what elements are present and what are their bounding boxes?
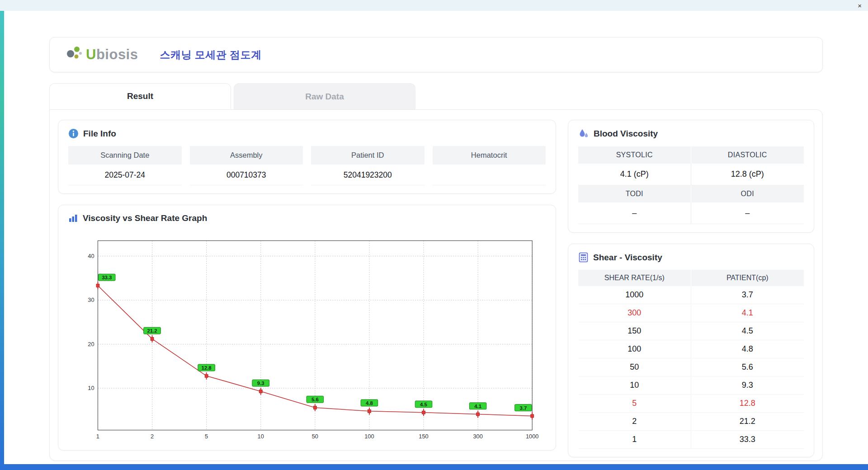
file-info-value-hematocrit [433,164,546,185]
tab-result[interactable]: Result [49,83,231,109]
blood-drop-icon [578,128,589,139]
svg-text:2: 2 [151,433,154,440]
file-info-value-patient-id: 52041923200 [311,164,425,185]
svg-text:4.8: 4.8 [366,400,373,406]
info-icon [68,128,79,139]
viscosity-graph-card: Viscosity vs Shear Rate Graph 1020304012… [58,205,556,451]
page-title: 스캐닝 모세관 점도계 [160,48,261,62]
result-panel: File Info Scanning Date Assembly Patient… [49,109,823,461]
file-info-label-scanning-date: Scanning Date [68,146,182,164]
todi-value: – [578,202,691,224]
blood-viscosity-title: Blood Viscosity [594,129,658,139]
viscosity-graph-title: Viscosity vs Shear Rate Graph [83,213,207,223]
bar-chart-icon [68,213,78,223]
svg-text:50: 50 [312,433,318,440]
patient-value-cell: 4.5 [691,322,804,340]
table-row: 300 4.1 [578,304,804,322]
patient-value-cell: 9.3 [691,376,804,395]
svg-text:33.3: 33.3 [102,275,112,280]
svg-text:5: 5 [205,433,208,440]
svg-text:12.8: 12.8 [202,365,212,371]
svg-text:4.5: 4.5 [420,402,427,407]
svg-text:150: 150 [419,433,428,440]
shear-viscosity-card: Shear - Viscosity SHEAR RATE(1/s) PATIEN… [568,244,814,457]
table-row: 100 4.8 [578,340,804,358]
svg-text:100: 100 [364,433,374,440]
patient-value-cell: 33.3 [691,431,804,449]
odi-value: – [691,202,804,224]
column-header-patient: PATIENT(cp) [691,270,804,286]
shear-rate-cell: 1000 [578,286,691,304]
shear-viscosity-table: SHEAR RATE(1/s) PATIENT(cp) 1000 3.7 300… [578,270,804,449]
close-icon[interactable]: × [858,2,862,9]
window-titlebar: × [0,0,868,11]
shear-rate-cell: 50 [578,358,691,376]
svg-text:300: 300 [473,433,482,440]
table-calculator-icon [578,252,589,263]
logo-text: Ubiosis [86,47,138,63]
patient-value-cell: 21.2 [691,413,804,431]
ubiosis-logo: Ubiosis [65,45,138,65]
table-row: 10 9.3 [578,376,804,395]
shear-rate-cell: 150 [578,322,691,340]
app-window: Ubiosis 스캐닝 모세관 점도계 Result Raw Data [4,11,868,464]
column-header-shear-rate: SHEAR RATE(1/s) [578,270,691,286]
patient-value-cell: 5.6 [691,358,804,376]
diastolic-label: DIASTOLIC [691,146,804,164]
shear-rate-cell: 2 [578,413,691,431]
table-row: 1 33.3 [578,431,804,449]
table-row: 2 21.2 [578,413,804,431]
odi-label: ODI [691,185,804,202]
shear-rate-cell: 300 [578,304,691,322]
tab-raw-data[interactable]: Raw Data [234,83,415,109]
patient-value-cell: 3.7 [691,286,804,304]
table-row: 50 5.6 [578,358,804,376]
file-info-card: File Info Scanning Date Assembly Patient… [58,120,556,194]
file-info-label-patient-id: Patient ID [311,146,425,164]
shear-rate-cell: 1 [578,431,691,449]
logo-dots-icon [65,45,83,65]
svg-text:5.6: 5.6 [311,397,319,402]
shear-rate-cell: 10 [578,376,691,395]
svg-text:1000: 1000 [526,433,539,440]
tab-bar: Result Raw Data [49,83,823,109]
diastolic-value: 12.8 (cP) [691,164,804,185]
systolic-value: 4.1 (cP) [578,164,691,185]
table-row: 5 12.8 [578,395,804,413]
logo-text-rest: biosis [96,47,138,62]
file-info-value-scanning-date: 2025-07-24 [68,164,182,185]
svg-text:21.2: 21.2 [147,328,157,334]
file-info-label-assembly: Assembly [190,146,303,164]
app-header: Ubiosis 스캐닝 모세관 점도계 [49,37,823,72]
shear-rate-cell: 5 [578,395,691,413]
logo-text-u: U [86,47,96,62]
svg-text:10: 10 [258,433,264,440]
svg-text:1: 1 [96,433,99,440]
table-header-row: SHEAR RATE(1/s) PATIENT(cp) [578,270,804,286]
file-info-title: File Info [83,129,116,139]
table-row: 1000 3.7 [578,286,804,304]
svg-text:9.3: 9.3 [257,381,264,386]
viscosity-chart: 102030401251050100150300100033.321.212.8… [76,233,541,446]
patient-value-cell: 4.8 [691,340,804,358]
shear-viscosity-title: Shear - Viscosity [593,253,662,263]
todi-label: TODI [578,185,691,202]
svg-text:20: 20 [88,341,94,348]
file-info-label-hematocrit: Hematocrit [433,146,546,164]
svg-text:40: 40 [88,253,94,259]
blood-viscosity-card: Blood Viscosity SYSTOLIC DIASTOLIC 4.1 (… [568,120,814,233]
svg-text:3.7: 3.7 [520,405,527,411]
file-info-value-assembly: 000710373 [190,164,303,185]
patient-value-cell: 4.1 [691,304,804,322]
patient-value-cell: 12.8 [691,395,804,413]
svg-text:4.1: 4.1 [474,404,481,409]
svg-text:30: 30 [88,296,94,303]
systolic-label: SYSTOLIC [578,146,691,164]
svg-text:10: 10 [88,385,94,391]
shear-rate-cell: 100 [578,340,691,358]
table-row: 150 4.5 [578,322,804,340]
